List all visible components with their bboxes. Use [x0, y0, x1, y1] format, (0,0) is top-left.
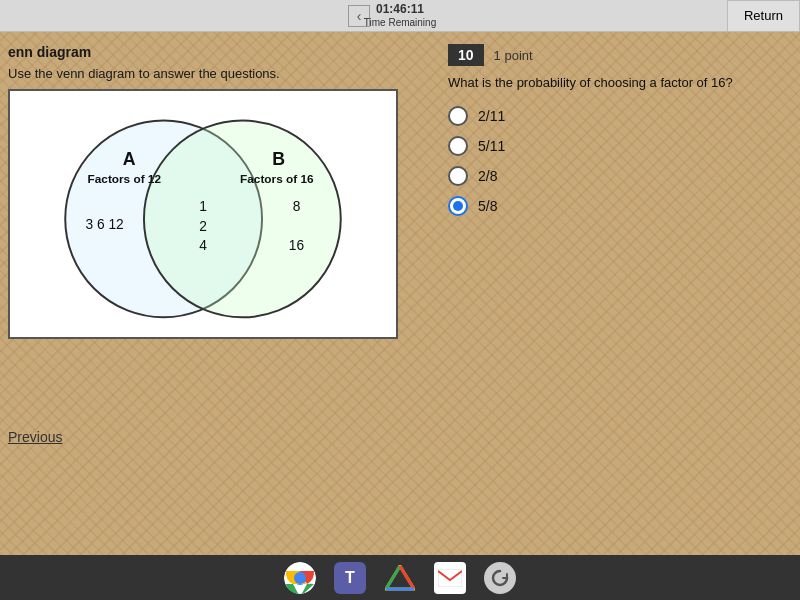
nav-controls: 01:46:11 Time Remaining ‹ [8, 5, 370, 27]
svg-rect-9 [438, 569, 462, 587]
radio-1[interactable] [448, 106, 468, 126]
svg-point-1 [144, 121, 341, 318]
svg-line-6 [386, 566, 400, 589]
right-num-16: 16 [289, 238, 305, 253]
center-num-2: 2 [199, 219, 207, 234]
answer-option-2[interactable]: 5/11 [448, 136, 780, 156]
question-points: 1 point [494, 48, 533, 63]
power-icon[interactable] [484, 562, 516, 594]
radio-4[interactable] [448, 196, 468, 216]
center-num-1: 1 [199, 199, 207, 214]
circle-b-label: B [272, 149, 285, 169]
gmail-icon[interactable] [434, 562, 466, 594]
circle-a-label: A [123, 149, 136, 169]
teams-icon[interactable]: T [334, 562, 366, 594]
answer-option-4[interactable]: 5/8 [448, 196, 780, 216]
answer-option-1[interactable]: 2/11 [448, 106, 780, 126]
main-content: enn diagram Use the venn diagram to answ… [0, 32, 800, 339]
circle-b-sublabel: Factors of 16 [240, 172, 314, 186]
instruction-text: Use the venn diagram to answer the quest… [8, 66, 428, 81]
answer-options: 2/11 5/11 2/8 5/8 [448, 106, 780, 216]
svg-marker-5 [386, 566, 414, 589]
left-panel: enn diagram Use the venn diagram to answ… [8, 44, 428, 339]
taskbar: T [0, 555, 800, 600]
time-label: Time Remaining [364, 17, 436, 29]
top-bar: 01:46:11 Time Remaining ‹ Return [0, 0, 800, 32]
return-button[interactable]: Return [727, 0, 800, 32]
question-text: What is the probability of choosing a fa… [448, 74, 780, 92]
left-numbers: 3 6 12 [85, 217, 123, 232]
previous-button[interactable]: Previous [8, 429, 62, 445]
question-number: 10 [448, 44, 484, 66]
answer-option-3[interactable]: 2/8 [448, 166, 780, 186]
svg-point-4 [294, 572, 306, 584]
venn-diagram: A Factors of 12 B Factors of 16 3 6 12 1… [8, 89, 398, 339]
option-label-3: 2/8 [478, 168, 497, 184]
circle-a-sublabel: Factors of 12 [88, 172, 162, 186]
question-header: 10 1 point [448, 44, 780, 66]
venn-svg: A Factors of 12 B Factors of 16 3 6 12 1… [10, 91, 396, 337]
option-label-2: 5/11 [478, 138, 505, 154]
right-num-8: 8 [293, 199, 301, 214]
radio-2[interactable] [448, 136, 468, 156]
center-num-4: 4 [199, 238, 207, 253]
radio-3[interactable] [448, 166, 468, 186]
svg-line-7 [400, 566, 414, 589]
section-title: enn diagram [8, 44, 428, 60]
time-display: 01:46:11 [376, 2, 424, 16]
right-panel: 10 1 point What is the probability of ch… [448, 44, 780, 339]
timer-section: 01:46:11 Time Remaining [364, 2, 436, 28]
option-label-1: 2/11 [478, 108, 505, 124]
option-label-4: 5/8 [478, 198, 497, 214]
drive-icon[interactable] [384, 562, 416, 594]
chrome-icon[interactable] [284, 562, 316, 594]
